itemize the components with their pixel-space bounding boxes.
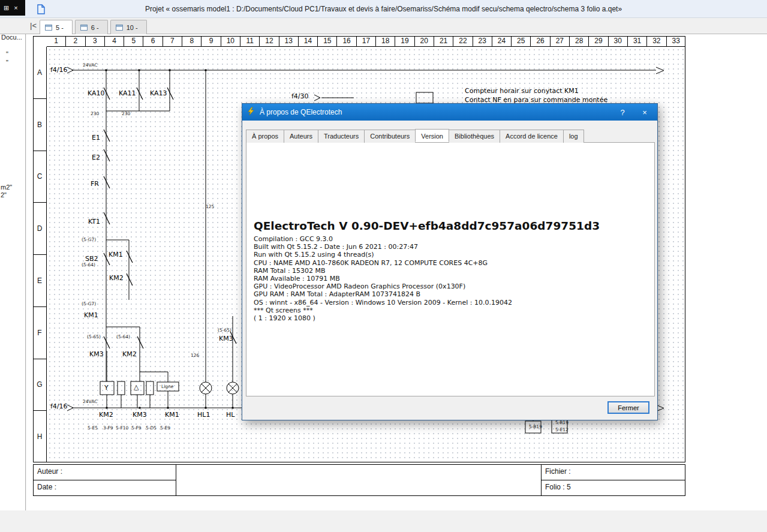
sidebar-fragment: 2" [1,191,7,199]
column-header-cell: 20 [415,36,434,46]
dialog-help-button[interactable]: ? [613,108,631,117]
version-title: QElectroTech V 0.90-DEV+efb4a8dd7c957a06… [254,220,654,232]
titleblock: Auteur : Date : Fichier : Folio : 5 [33,464,685,496]
row-header-cell: G [33,359,47,411]
folio-tabbar: 5 -6 -10 - [40,20,147,34]
auteur-label: Auteur : [34,465,176,480]
column-header-cell: 31 [628,36,647,46]
folio-tab[interactable]: 5 - [40,20,73,34]
titleblock-middle [176,465,542,495]
folio-tabbar-container: |< 5 -6 -10 - [0,18,767,34]
dialog-titlebar[interactable]: À propos de QElectrotech ? × [242,104,657,121]
version-line: Compilation : GCC 9.3.0 [254,235,654,243]
column-header-cell: 5 [124,36,143,46]
folio-tab-label: 6 - [91,24,99,31]
column-header-cell: 8 [182,36,201,46]
column-header-cell: 25 [512,36,531,46]
row-header-cell: B [33,99,47,151]
column-header-cell: 13 [279,36,299,46]
column-header-cell: 9 [201,36,221,46]
panel-close-icon[interactable]: × [14,4,17,11]
dialog-title: À propos de QElectrotech [260,108,609,116]
version-pane: QElectroTech V 0.90-DEV+efb4a8dd7c957a06… [246,142,655,396]
row-header-cell: A [33,47,47,99]
version-line: Run with Qt 5.15.2 using 4 thread(s) [254,251,654,259]
column-header-cell: 2 [66,36,85,46]
folio-tab-label: 5 - [56,24,64,31]
folio-icon [45,25,52,31]
folio-tab[interactable]: 6 - [75,20,108,34]
folio-label: Folio : 5 [542,480,685,496]
column-header-cell: 4 [105,36,124,46]
dialog-tab-version[interactable]: Version [415,129,449,142]
document-icon [37,4,45,17]
sidebar-fragment: " [6,50,8,58]
version-line: RAM Total : 15302 MB [254,267,654,275]
dialog-tab-traducteurs[interactable]: Traducteurs [318,130,365,143]
window-title: Projet « ossemaris model1 : D:/Documents… [0,0,767,18]
dialog-close-button[interactable]: × [636,108,654,117]
date-label: Date : [34,480,176,496]
dialog-tab-biblioth-ques[interactable]: Bibliothèques [449,130,500,143]
dialog-tab-accord-de-licence[interactable]: Accord de licence [500,130,564,143]
column-header-cell: 21 [434,36,453,46]
row-header-cell: E [33,255,47,307]
column-header-cell: 15 [318,36,337,46]
titleblock-left: Auteur : Date : [34,465,176,495]
version-line: GPU RAM : RAM Total : AdapterRAM 1073741… [254,290,654,298]
panel-corner: ⊞ × [0,0,25,16]
column-header-cell: 6 [143,36,163,46]
column-headers: 1234567891011121314151617181920212223242… [47,36,685,47]
qelectrotech-icon [246,107,255,118]
about-dialog: À propos de QElectrotech ? × À proposAut… [242,103,658,420]
sidebar-fragment: m2" [1,184,12,191]
row-header-cell: C [33,151,47,203]
folio-tab-label: 10 - [127,24,138,31]
column-header-cell: 28 [570,36,589,46]
window-titlebar[interactable]: Projet « ossemaris model1 : D:/Documents… [0,0,767,18]
column-header-cell: 1 [47,36,66,46]
column-header-cell: 16 [337,36,356,46]
panel-grid-icon[interactable]: ⊞ [4,4,9,12]
row-header-cell: F [33,307,47,359]
column-header-cell: 12 [260,36,279,46]
dialog-tab-auteurs[interactable]: Auteurs [284,130,318,143]
row-header-cell: H [33,411,47,462]
column-header-cell: 32 [647,36,666,46]
version-line: RAM Available : 10791 MB [254,275,654,282]
row-headers: ABCDEFGH [33,47,47,462]
column-header-cell: 10 [221,36,240,46]
column-header-cell: 23 [473,36,492,46]
version-line: OS : winnt - x86_64 - Version : Windows … [254,299,654,306]
column-header-cell: 26 [531,36,550,46]
first-folio-button[interactable]: |< [28,20,39,31]
folio-icon [116,25,123,31]
fichier-label: Fichier : [542,465,685,480]
column-header-cell: 11 [240,36,260,46]
left-panel[interactable]: Docu...""m2"2" [0,34,26,510]
version-line: CPU : NAME AMD A10-7860K RADEON R7, 12 C… [254,259,654,267]
column-header-cell: 22 [453,36,473,46]
column-header-cell: 18 [376,36,395,46]
column-header-cell: 19 [395,36,414,46]
column-header-cell: 24 [492,36,512,46]
folio-tab[interactable]: 10 - [110,20,147,34]
column-header-cell: 17 [357,36,376,46]
titleblock-right: Fichier : Folio : 5 [542,465,685,495]
row-header-cell: D [33,203,47,255]
dialog-tabbar: À proposAuteursTraducteursContributeursV… [246,129,583,142]
fermer-button[interactable]: Fermer [607,401,649,414]
column-header-cell: 30 [609,36,628,46]
column-header-cell: 33 [667,36,685,46]
dialog-tab-contributeurs[interactable]: Contributeurs [364,130,416,143]
column-header-cell: 27 [551,36,570,46]
column-header-cell: 29 [589,36,608,46]
version-line: ( 1 : 1920 x 1080 ) [254,314,654,322]
column-header-cell: 7 [163,36,182,46]
version-line: GPU : VideoProcessor AMD Radeon Graphics… [254,282,654,290]
folio-icon [80,25,88,31]
column-header-cell: 14 [299,36,318,46]
dialog-tab-log[interactable]: log [563,130,584,143]
version-lines: Compilation : GCC 9.3.0Built with Qt 5.1… [246,235,654,322]
dialog-tab--propos[interactable]: À propos [246,130,284,143]
